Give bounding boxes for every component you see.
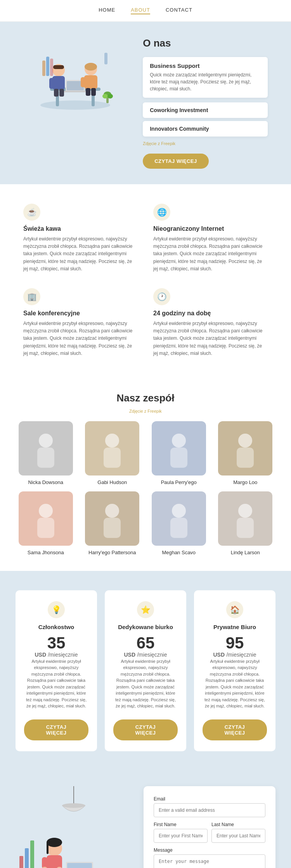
svg-rect-10 — [59, 78, 63, 89]
firstname-label: First Name — [154, 822, 208, 827]
pricing-currency-2: USD — [213, 652, 225, 658]
svg-rect-36 — [237, 448, 254, 468]
pricing-icon-2: 🏠 — [226, 601, 243, 618]
nav-about[interactable]: ABOUT — [131, 7, 150, 14]
hero-freepik-link[interactable]: Zdjęcie z Freepik — [143, 141, 268, 146]
pricing-grid: 💡 Członkostwo 35 USD /miesięcznie Artyku… — [16, 590, 275, 751]
card1-description: Quick może zarządzać inteligentnymi pien… — [150, 71, 261, 92]
feature-item-coffee: ☕ Świeża kawa Artykuł ewidentnie przybył… — [23, 204, 138, 273]
team-member-7: Lindę Larson — [215, 491, 276, 555]
pricing-icon-0: 💡 — [48, 601, 65, 618]
team-freepik-link[interactable]: Zdjęcie z Freepik — [16, 409, 275, 413]
svg-rect-20 — [53, 65, 64, 69]
feature-desc-hours: Artykuł ewidentnie przybył ekspresowo, n… — [153, 320, 268, 357]
pricing-title-1: Dedykowane biurko — [113, 624, 178, 630]
svg-rect-11 — [54, 89, 59, 97]
svg-rect-22 — [46, 57, 49, 76]
message-input[interactable] — [154, 854, 265, 868]
feature-icon-conference: 🏢 — [23, 288, 40, 305]
lastname-input[interactable] — [211, 829, 265, 843]
team-title: Nasz zespół — [16, 392, 275, 404]
innovators-card: Innovators Community — [143, 121, 268, 137]
pricing-title-2: Prywatne Biuro — [203, 624, 267, 630]
svg-point-39 — [105, 504, 119, 518]
pricing-amount-0: 35 — [47, 634, 66, 652]
svg-rect-55 — [47, 842, 48, 854]
pricing-period-1: /miesięcznie — [137, 652, 167, 658]
svg-point-27 — [102, 94, 108, 99]
team-photo-7 — [218, 491, 272, 546]
pricing-amount-display-0: 35 USD /miesięcznie — [24, 635, 88, 658]
svg-point-19 — [85, 63, 97, 71]
feature-desc-internet: Artykuł ewidentnie przybył ekspresowo, n… — [153, 235, 268, 273]
feature-icon-coffee: ☕ — [23, 204, 40, 221]
svg-rect-18 — [91, 88, 96, 96]
coworking-card: Coworking Investment — [143, 102, 268, 118]
team-member-2: Paula Perry'ego — [149, 421, 209, 485]
pricing-button-2[interactable]: CZYTAJ WIĘCEJ — [203, 719, 267, 740]
svg-point-35 — [238, 434, 252, 448]
svg-rect-24 — [104, 53, 107, 64]
pricing-amount-1: 65 — [137, 634, 155, 652]
svg-rect-57 — [42, 857, 47, 868]
feature-icon-internet: 🌐 — [153, 204, 170, 221]
team-member-3: Margo Loo — [215, 421, 276, 485]
card1-title: Business Support — [150, 62, 261, 69]
svg-rect-69 — [25, 848, 29, 868]
svg-point-46 — [62, 803, 85, 808]
pricing-card-0: 💡 Członkostwo 35 USD /miesięcznie Artyku… — [16, 590, 97, 751]
svg-point-43 — [238, 504, 252, 518]
svg-rect-17 — [86, 88, 90, 96]
pricing-button-1[interactable]: CZYTAJ WIĘCEJ — [113, 719, 178, 740]
svg-rect-38 — [37, 518, 54, 538]
pricing-button-0[interactable]: CZYTAJ WIĘCEJ — [24, 719, 88, 740]
team-photo-2 — [152, 421, 206, 475]
svg-rect-16 — [90, 77, 95, 87]
pricing-card-1: ⭐ Dedykowane biurko 65 USD /miesięcznie … — [105, 590, 186, 751]
pricing-amount-display-1: 65 USD /miesięcznie — [113, 635, 178, 658]
name-row: First Name Last Name — [154, 822, 265, 847]
email-input[interactable] — [154, 803, 265, 817]
lastname-field-group: Last Name — [211, 822, 265, 847]
email-field-group: Email — [154, 796, 265, 822]
svg-rect-23 — [50, 59, 53, 76]
firstname-input[interactable] — [154, 829, 208, 843]
svg-rect-51 — [67, 863, 92, 868]
card3-title: Innovators Community — [150, 126, 261, 132]
team-member-6: Meghan Scavo — [149, 491, 209, 555]
hero-read-more-button[interactable]: CZYTAJ WIĘCEJ — [143, 154, 209, 169]
pricing-section: 💡 Członkostwo 35 USD /miesięcznie Artyku… — [0, 571, 291, 771]
hero-illustration — [31, 37, 120, 115]
svg-rect-15 — [81, 77, 85, 87]
nav-contact[interactable]: CONTACT — [166, 7, 192, 14]
features-section: ☕ Świeża kawa Artykuł ewidentnie przybył… — [0, 184, 291, 377]
nav-home[interactable]: HOME — [99, 7, 115, 14]
feature-title-hours: 24 godziny na dobę — [153, 310, 268, 317]
svg-rect-42 — [170, 518, 187, 538]
contact-form: Email First Name Last Name Message ZAREZ… — [144, 786, 275, 868]
team-photo-5 — [85, 491, 139, 546]
hero-illustration-container — [23, 37, 127, 115]
team-photo-0 — [19, 421, 73, 475]
team-photo-3 — [218, 421, 272, 475]
svg-rect-58 — [57, 857, 62, 868]
team-section: Nasz zespół Zdjęcie z Freepik Nicka Dows… — [0, 377, 291, 571]
team-member-name-2: Paula Perry'ego — [149, 479, 209, 485]
message-field-group: Message — [154, 847, 265, 868]
team-member-4: Sama Jhonsona — [16, 491, 76, 555]
team-photo-1 — [85, 421, 139, 475]
svg-point-0 — [40, 100, 110, 110]
contact-illustration-svg — [16, 786, 132, 868]
svg-point-31 — [105, 434, 119, 448]
feature-desc-coffee: Artykuł ewidentnie przybył ekspresowo, n… — [23, 235, 138, 273]
team-member-name-0: Nicka Dowsona — [16, 479, 76, 485]
svg-point-33 — [172, 434, 186, 448]
svg-rect-30 — [37, 448, 54, 468]
svg-point-28 — [107, 94, 113, 99]
svg-rect-12 — [59, 89, 64, 97]
team-member-name-6: Meghan Scavo — [149, 550, 209, 555]
feature-icon-hours: 🕐 — [153, 288, 170, 305]
team-member-0: Nicka Dowsona — [16, 421, 76, 485]
pricing-currency-0: USD — [35, 652, 46, 658]
card2-title: Coworking Investment — [150, 107, 261, 113]
